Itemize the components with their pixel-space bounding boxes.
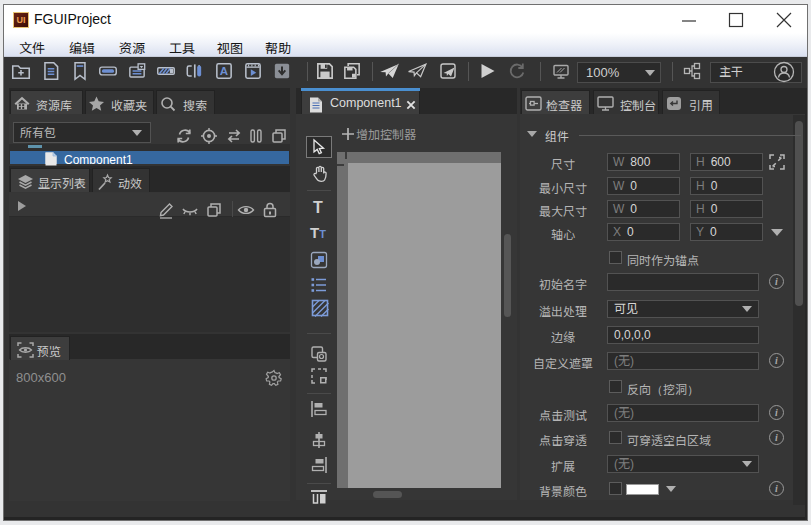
svg-text:A: A — [220, 65, 229, 77]
